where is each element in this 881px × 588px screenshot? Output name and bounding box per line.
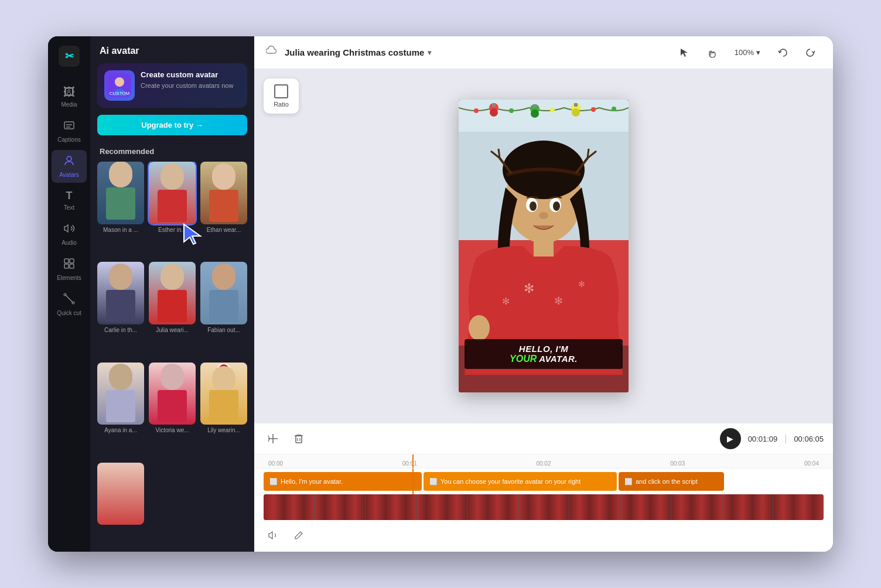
clip-2[interactable]: ⬜ You can choose your favorite avatar on… — [424, 472, 617, 491]
video-strip — [264, 494, 824, 520]
avatar-item-ethan[interactable]: Ethan wear... — [200, 162, 247, 257]
sidebar-quickcut-label: Quick cut — [57, 310, 81, 316]
avatar-item-victoria[interactable]: Victoria we... — [149, 363, 196, 458]
app-logo: ✂ — [59, 46, 80, 67]
hand-tool-button[interactable] — [702, 42, 723, 63]
avatar-thumb-mason[interactable] — [97, 162, 144, 224]
avatar-thumb-lily[interactable] — [200, 363, 247, 425]
cloud-icon — [266, 45, 278, 60]
svg-rect-64 — [534, 239, 554, 257]
avatar-item-extra1[interactable] — [97, 463, 144, 552]
svg-rect-72 — [296, 436, 302, 443]
avatar-thumb-carlie[interactable] — [97, 262, 144, 324]
svg-point-47 — [612, 107, 616, 111]
avatar-thumb-julia[interactable] — [149, 262, 196, 324]
svg-rect-29 — [158, 390, 187, 422]
svg-point-43 — [474, 108, 479, 113]
sidebar-elements-label: Elements — [57, 275, 81, 281]
canvas-area: Ratio — [254, 69, 833, 423]
svg-text:✻: ✻ — [554, 295, 563, 307]
svg-rect-42 — [574, 103, 578, 107]
sidebar-avatars-label: Avatars — [59, 172, 79, 178]
svg-rect-18 — [209, 190, 238, 222]
trim-tool-button[interactable] — [264, 429, 282, 448]
clip-icon-1: ⬜ — [269, 478, 278, 486]
svg-rect-13 — [106, 187, 135, 220]
ruler-mark-1: 00:01 — [402, 460, 417, 467]
quickcut-icon — [63, 293, 75, 307]
sidebar-item-media[interactable]: 🖼 Media — [52, 81, 87, 112]
sidebar-text-label: Text — [64, 204, 74, 211]
sidebar-item-quickcut[interactable]: Quick cut — [52, 288, 87, 321]
svg-text:✻: ✻ — [524, 281, 534, 296]
ratio-label: Ratio — [274, 101, 289, 108]
avatar-item-carlie[interactable]: Carlie in th... — [97, 262, 144, 357]
sidebar-item-captions[interactable]: Captions — [52, 115, 87, 148]
avatar-thumb-fabian[interactable] — [200, 262, 247, 324]
delete-clip-button[interactable] — [289, 429, 308, 448]
svg-rect-28 — [161, 364, 184, 390]
custom-avatar-text: Create custom avatar Create your custom … — [141, 70, 233, 90]
avatar-item-lily[interactable]: Lily wearin... — [200, 363, 247, 458]
avatar-item-julia[interactable]: Julia weari... — [149, 262, 196, 357]
svg-rect-23 — [212, 264, 235, 290]
avatar-grid: Mason in a ... Esther in... — [90, 162, 254, 552]
panel-title: Ai avatar — [90, 36, 254, 63]
pointer-tool-button[interactable] — [674, 42, 695, 63]
svg-rect-36 — [492, 103, 496, 107]
sidebar-item-avatars[interactable]: Avatars — [52, 150, 87, 183]
svg-marker-16 — [184, 224, 200, 244]
svg-rect-0 — [64, 122, 74, 129]
zoom-control[interactable]: 100% ▾ — [730, 46, 765, 59]
timeline-play-button[interactable]: ▶ — [720, 428, 741, 449]
svg-rect-32 — [209, 390, 238, 422]
avatar-item-ayana[interactable]: Ayana in a... — [97, 363, 144, 458]
upgrade-button[interactable]: Upgrade to try → — [97, 115, 247, 135]
avatar-thumb-ayana[interactable] — [97, 363, 144, 425]
svg-line-8 — [65, 295, 73, 303]
recommended-title: Recommended — [90, 145, 254, 162]
avatar-name-ethan: Ethan wear... — [200, 227, 247, 233]
svg-rect-5 — [70, 259, 74, 263]
chevron-down-icon: ▾ — [428, 49, 431, 57]
redo-button[interactable] — [800, 42, 821, 63]
sidebar-item-audio[interactable]: Audio — [52, 218, 87, 251]
svg-text:✻: ✻ — [578, 279, 585, 289]
subtitle-highlight: YOUR — [510, 354, 537, 364]
edit-button[interactable] — [289, 526, 308, 545]
ratio-button[interactable]: Ratio — [264, 78, 299, 114]
volume-button[interactable] — [264, 526, 282, 545]
captions-icon — [63, 119, 75, 134]
clip-text-3: and click on the script — [636, 478, 698, 485]
ruler-mark-0: 00:00 — [268, 460, 283, 467]
sidebar-media-label: Media — [61, 101, 77, 108]
avatar-panel: Ai avatar CUSTOM Create custom avatar Cr… — [90, 36, 254, 552]
timeline-track: ⬜ Hello, I'm your avatar. ⬜ You can choo… — [254, 469, 833, 494]
audio-icon — [63, 223, 75, 237]
avatar-thumb-ethan[interactable] — [200, 162, 247, 224]
svg-point-35 — [490, 108, 498, 117]
zoom-chevron-icon: ▾ — [756, 48, 760, 57]
avatar-item-fabian[interactable]: Fabian out... — [200, 262, 247, 357]
sidebar-item-text[interactable]: T Text — [52, 185, 87, 216]
avatar-thumb-extra1[interactable] — [97, 463, 144, 525]
undo-button[interactable] — [772, 42, 793, 63]
clip-1[interactable]: ⬜ Hello, I'm your avatar. — [264, 472, 422, 491]
main-toolbar: Julia wearing Christmas costume ▾ 100% ▾ — [254, 36, 833, 69]
clip-3[interactable]: ⬜ and click on the script — [619, 472, 724, 491]
avatar-thumb-esther[interactable] — [149, 162, 196, 224]
avatar-item-esther[interactable]: Esther in... — [149, 162, 196, 257]
avatar-thumb-victoria[interactable] — [149, 363, 196, 425]
clip-text-2: You can choose your favorite avatar on y… — [440, 478, 580, 485]
sidebar-item-elements[interactable]: Elements — [52, 253, 87, 286]
svg-rect-7 — [70, 264, 74, 268]
project-name[interactable]: Julia wearing Christmas costume ▾ — [285, 47, 431, 57]
avatar-name-ayana: Ayana in a... — [97, 427, 144, 433]
svg-line-58 — [588, 149, 589, 158]
svg-rect-15 — [158, 190, 187, 222]
avatar-item-mason[interactable]: Mason in a ... — [97, 162, 144, 257]
custom-avatar-title: Create custom avatar — [141, 70, 233, 79]
subtitle-line2: AVATAR. — [539, 354, 578, 364]
avatar-name-carlie: Carlie in th... — [97, 327, 144, 333]
video-preview: ✻ ✻ ✻ ✻ HELLO, I'M YOUR AVATAR. — [459, 100, 629, 392]
